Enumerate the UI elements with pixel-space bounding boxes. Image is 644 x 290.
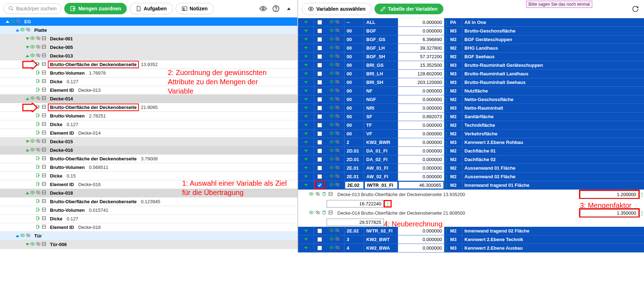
expand-icon[interactable]: [304, 230, 308, 232]
eye-icon[interactable]: [20, 233, 25, 239]
eye-icon[interactable]: [329, 131, 334, 137]
eye-icon[interactable]: [329, 62, 334, 68]
eye-icon[interactable]: [329, 71, 334, 77]
eye-off-icon[interactable]: [335, 156, 340, 162]
eye-icon[interactable]: [30, 139, 35, 145]
row-value-input[interactable]: [398, 155, 444, 164]
eye-off-icon[interactable]: [335, 54, 340, 60]
variable-row[interactable]: 00 SF ⋮ M2 Sanitärfläche: [298, 112, 644, 121]
assign-icon[interactable]: [36, 70, 41, 76]
eye-off-icon[interactable]: [335, 105, 340, 111]
recalc-icon[interactable]: ⋮: [384, 200, 392, 208]
more-icon[interactable]: ⋮: [444, 138, 448, 146]
expand-icon[interactable]: [26, 149, 29, 151]
expand-icon[interactable]: [304, 247, 308, 249]
tree-row[interactable]: Decke-013: [0, 52, 297, 60]
table-vars-button[interactable]: Tabelle der Variablen: [374, 4, 443, 14]
row-value-input[interactable]: [398, 181, 444, 189]
row-value-input[interactable]: [398, 130, 444, 138]
eye-off-icon[interactable]: [335, 174, 340, 180]
eye-icon[interactable]: [329, 79, 334, 85]
more-icon[interactable]: ⋮: [640, 192, 644, 197]
expand-icon[interactable]: [304, 184, 308, 186]
tree-row[interactable]: Dicke0.127: [0, 120, 297, 129]
eye-icon[interactable]: [329, 105, 334, 111]
more-icon[interactable]: ⋮: [444, 130, 448, 138]
row-value-input[interactable]: [398, 104, 444, 112]
eye-icon[interactable]: [329, 19, 334, 25]
eye-off-icon[interactable]: [335, 148, 340, 154]
eye-off-icon[interactable]: [335, 88, 340, 94]
row-checkbox[interactable]: [317, 183, 322, 188]
eye-icon[interactable]: [329, 96, 334, 102]
row-checkbox[interactable]: [317, 89, 322, 93]
expand-icon[interactable]: [16, 235, 19, 237]
more-icon[interactable]: ⋮: [444, 52, 448, 61]
eye-icon[interactable]: [329, 88, 334, 94]
more-icon[interactable]: ⋮: [444, 87, 448, 95]
row-checkbox[interactable]: [317, 46, 322, 50]
row-value-input[interactable]: [398, 18, 444, 26]
tree-row[interactable]: Decke-005: [0, 43, 297, 52]
eye-icon[interactable]: [20, 27, 25, 33]
row-checkbox[interactable]: [317, 37, 322, 42]
expand-icon[interactable]: [304, 47, 308, 49]
eye-off-icon[interactable]: [335, 19, 340, 25]
expand-icon[interactable]: [16, 29, 19, 31]
eye-icon[interactable]: [30, 53, 35, 59]
eye-off-icon[interactable]: [335, 96, 340, 102]
tree-row[interactable]: Decke-016: [0, 146, 297, 155]
expand-icon[interactable]: [304, 107, 308, 109]
row-checkbox[interactable]: [317, 80, 322, 85]
more-icon[interactable]: ⋮: [444, 121, 448, 129]
expand-icon[interactable]: [26, 38, 29, 40]
expand-icon[interactable]: [304, 124, 308, 126]
expand-icon[interactable]: [304, 175, 308, 178]
eye-icon[interactable]: [329, 148, 334, 154]
tree-row[interactable]: Platte: [0, 26, 297, 35]
expand-icon[interactable]: [304, 150, 308, 152]
eye-icon[interactable]: [30, 96, 35, 102]
more-icon[interactable]: ⋮: [444, 18, 448, 26]
expand-icon[interactable]: [304, 21, 308, 24]
variable-row[interactable]: 3 KW2_BWT ⋮ M3 Kennwert 2.Ebene Technik: [298, 235, 644, 244]
row-value-input[interactable]: [398, 138, 444, 146]
variable-row[interactable]: 00 BGF ⋮ M3 Brutto-Geschossfläche: [298, 27, 644, 35]
eye-off-icon[interactable]: [335, 228, 340, 234]
variable-row[interactable]: 2E.01 AW_02_Fl ⋮ M2 Aussenwand 02 Fläche: [298, 172, 644, 181]
row-checkbox[interactable]: [317, 140, 322, 145]
eye-off-icon[interactable]: [26, 27, 31, 33]
more-icon[interactable]: ⋮: [444, 164, 448, 172]
row-checkbox[interactable]: [317, 157, 322, 162]
eye-icon[interactable]: [329, 236, 334, 242]
row-checkbox[interactable]: [317, 123, 322, 128]
eye-off-icon[interactable]: [36, 241, 41, 248]
eye-off-icon[interactable]: [36, 139, 41, 145]
assign-icon[interactable]: [36, 156, 41, 162]
more-icon[interactable]: ⋮: [444, 104, 448, 112]
search-input[interactable]: Baukörper suchen: [4, 3, 61, 14]
eye-icon[interactable]: [309, 210, 314, 216]
eye-off-icon[interactable]: [335, 122, 340, 128]
more-icon[interactable]: ⋮: [444, 61, 448, 69]
eye-off-icon[interactable]: [335, 139, 340, 145]
eye-off-icon[interactable]: [335, 45, 340, 51]
row-value-input[interactable]: [398, 87, 444, 95]
tree-row[interactable]: Brutto-Oberfläche der Deckenoberseite0.1…: [0, 198, 297, 206]
eye-icon[interactable]: [329, 122, 334, 128]
row-checkbox[interactable]: [317, 229, 322, 233]
eye-off-icon[interactable]: [36, 190, 41, 196]
refresh-icon[interactable]: [630, 4, 640, 14]
row-value-input[interactable]: [398, 52, 444, 61]
eye-off-icon[interactable]: [335, 131, 340, 137]
more-icon[interactable]: ⋮: [444, 27, 448, 35]
eye-icon[interactable]: [329, 28, 334, 34]
eye-icon[interactable]: [329, 182, 334, 188]
factor-input[interactable]: [580, 191, 639, 198]
expand-icon[interactable]: [304, 55, 308, 58]
tree-row[interactable]: Element IDDecke-014: [0, 129, 297, 138]
eye-icon[interactable]: [10, 19, 15, 25]
trash-icon[interactable]: [322, 191, 327, 198]
variable-row[interactable]: 2E.02 IWTR_02_Fl ⋮ M2 Innenwand tragend …: [298, 227, 644, 235]
variable-row[interactable]: 00 BGF_GS ⋮ M2 BGF Geräteschuppen: [298, 35, 644, 44]
